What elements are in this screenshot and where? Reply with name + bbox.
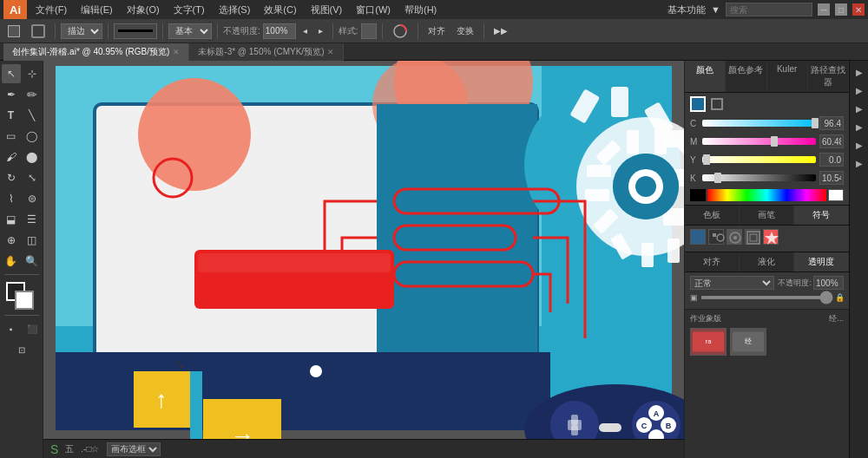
- direct-selection-tool[interactable]: ⊹: [23, 64, 42, 83]
- extra-options-btn[interactable]: ▶▶: [490, 24, 512, 37]
- swatch-blue[interactable]: [690, 229, 706, 245]
- tool-sep-1: [4, 274, 39, 275]
- menu-window[interactable]: 窗口(W): [349, 2, 398, 18]
- close-button[interactable]: ✕: [852, 3, 865, 16]
- y-slider-thumb[interactable]: [703, 154, 710, 165]
- mode-select[interactable]: 画布选框: [107, 442, 161, 456]
- svg-text:A: A: [654, 409, 660, 418]
- search-input[interactable]: [726, 3, 812, 16]
- recolor-btn[interactable]: [388, 22, 412, 41]
- m-value[interactable]: [819, 134, 844, 148]
- tab-pathfinder[interactable]: 路径查找器: [808, 61, 849, 92]
- slice-tool[interactable]: ◫: [23, 231, 42, 250]
- black-swatch[interactable]: [690, 189, 706, 201]
- svg-text:ra: ra: [706, 337, 713, 345]
- opacity-arrow-right[interactable]: ▸: [314, 24, 327, 37]
- tab-transparency[interactable]: 透明度: [794, 252, 849, 272]
- stroke-tool-btn[interactable]: [27, 23, 49, 40]
- artboard-tool[interactable]: ⊕: [2, 231, 21, 250]
- k-value[interactable]: [819, 171, 844, 185]
- k-slider-thumb[interactable]: [714, 173, 721, 183]
- screen-mode-btn[interactable]: ⊡: [12, 340, 31, 359]
- opacity-slider[interactable]: [700, 296, 833, 299]
- workspace-chevron-icon[interactable]: ▼: [711, 4, 720, 15]
- fill-tool[interactable]: ▪: [2, 319, 21, 338]
- swatch-ring[interactable]: [745, 229, 760, 245]
- expand-btn-3[interactable]: ▶: [852, 101, 867, 116]
- tab-2-close[interactable]: ✕: [327, 48, 334, 56]
- canvas-area[interactable]: ↑ → ↓: [43, 61, 684, 458]
- tab-brushes[interactable]: 画笔: [740, 206, 794, 225]
- tab-swatches[interactable]: 色板: [685, 206, 740, 225]
- tool-row-2: ✒ ✏: [2, 85, 42, 104]
- paintbrush-tool[interactable]: 🖌: [2, 147, 21, 167]
- workspace-label: 基本功能: [667, 3, 706, 16]
- expand-btn-4[interactable]: ▶: [852, 119, 867, 134]
- opacity-input[interactable]: [263, 23, 296, 39]
- minimize-button[interactable]: ─: [818, 3, 830, 16]
- expand-btn-5[interactable]: ▶: [852, 137, 867, 153]
- hand-tool[interactable]: ✋: [2, 252, 21, 271]
- menu-effect[interactable]: 效果(C): [257, 2, 303, 18]
- tab-color-ref[interactable]: 颜色参考: [726, 61, 766, 92]
- background-color[interactable]: [15, 291, 34, 310]
- align-btn[interactable]: 对齐: [424, 23, 450, 39]
- fill-indicator[interactable]: [690, 96, 706, 112]
- line-tool[interactable]: ╲: [23, 106, 42, 125]
- rotate-tool[interactable]: ↻: [2, 168, 21, 187]
- blend-mode-select[interactable]: 正常: [690, 276, 774, 290]
- stroke-indicator[interactable]: [711, 98, 723, 110]
- stroke-style-select[interactable]: 描边: [61, 23, 102, 39]
- column-graph-tool[interactable]: ☰: [23, 210, 42, 229]
- tab-liquefy[interactable]: 液化: [740, 252, 794, 272]
- transform-btn[interactable]: 变换: [452, 23, 478, 39]
- menu-text[interactable]: 文字(T): [167, 2, 212, 18]
- menu-object[interactable]: 对象(O): [120, 2, 167, 18]
- swatch-pattern[interactable]: [708, 229, 724, 245]
- swatch-star[interactable]: [727, 229, 742, 245]
- color-spectrum[interactable]: [707, 189, 826, 201]
- warp-tool[interactable]: ⌇: [2, 189, 21, 208]
- scale-tool[interactable]: ⤡: [23, 168, 42, 187]
- rect-tool[interactable]: ▭: [2, 127, 21, 146]
- blob-brush-tool[interactable]: ⬤: [23, 147, 42, 167]
- selection-tool[interactable]: ↖: [2, 64, 21, 83]
- expand-btn-6[interactable]: ▶: [852, 155, 867, 171]
- width-tool[interactable]: ⊜: [23, 189, 42, 208]
- zoom-tool[interactable]: 🔍: [23, 252, 42, 271]
- opacity-field[interactable]: [813, 276, 844, 290]
- tab-2[interactable]: 未标题-3* @ 150% (CMYK/预览) ✕: [189, 43, 344, 61]
- menu-edit[interactable]: 编辑(E): [74, 2, 120, 18]
- y-value[interactable]: [819, 153, 844, 167]
- white-swatch[interactable]: [828, 189, 844, 201]
- tab-align[interactable]: 对齐: [685, 252, 740, 272]
- swatch-red-star[interactable]: [763, 229, 779, 245]
- tab-kuler[interactable]: Kuler: [767, 61, 808, 92]
- maximize-button[interactable]: □: [835, 3, 847, 16]
- pencil-tool[interactable]: ✏: [23, 85, 42, 104]
- menu-file[interactable]: 文件(F): [29, 2, 74, 18]
- thumb-1[interactable]: ra: [690, 328, 727, 356]
- tab-symbols[interactable]: 符号: [794, 206, 849, 225]
- graph-tool[interactable]: ⬓: [2, 210, 21, 229]
- ellipse-tool[interactable]: ◯: [23, 127, 42, 146]
- opacity-arrow-left[interactable]: ◂: [299, 24, 312, 37]
- text-tool[interactable]: T: [2, 106, 21, 125]
- gradient-tool[interactable]: ⬛: [23, 319, 42, 338]
- tab-1[interactable]: 创作集训-滑稽.ai* @ 40.95% (RGB/预览) ✕: [3, 43, 189, 61]
- menu-select[interactable]: 选择(S): [212, 2, 258, 18]
- menu-help[interactable]: 帮助(H): [398, 2, 444, 18]
- expand-btn-2[interactable]: ▶: [852, 82, 867, 98]
- thumb-2[interactable]: 经: [730, 328, 766, 356]
- c-slider-thumb[interactable]: [812, 118, 819, 128]
- pen-tool[interactable]: ✒: [2, 85, 21, 104]
- expand-btn-1[interactable]: ▶: [852, 64, 867, 80]
- m-slider-thumb[interactable]: [771, 136, 778, 147]
- tab-1-close[interactable]: ✕: [173, 48, 180, 56]
- select-tool-option[interactable]: [3, 23, 24, 39]
- tab-color[interactable]: 颜色: [685, 61, 726, 92]
- menu-view[interactable]: 视图(V): [304, 2, 350, 18]
- svg-rect-77: [750, 234, 757, 241]
- stroke-weight-select[interactable]: 基本: [168, 23, 212, 39]
- c-value[interactable]: [819, 116, 844, 130]
